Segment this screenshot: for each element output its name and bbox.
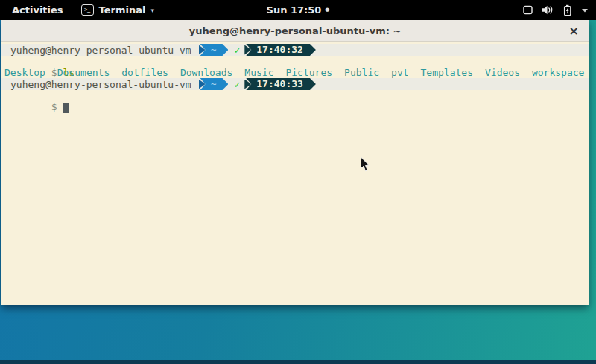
prompt-time-segment: 17:40:33 <box>246 78 316 90</box>
notification-dot: ● <box>325 7 329 13</box>
directory-entry: Music <box>244 67 273 78</box>
screen-icon <box>522 4 533 16</box>
directory-entry: Downloads <box>180 67 232 78</box>
status-check-icon: ✓ <box>234 79 240 90</box>
app-menu-terminal[interactable]: >_ Terminal ▾ <box>81 4 154 16</box>
directory-entry: Desktop <box>4 67 45 78</box>
system-status-area[interactable] <box>522 0 589 20</box>
shell-prompt-char: $ <box>51 67 57 78</box>
directory-entry: pvt <box>391 67 408 78</box>
clock-label: Sun 17:50 <box>267 4 322 16</box>
directory-entry: Templates <box>421 67 473 78</box>
close-button[interactable]: × <box>569 20 579 41</box>
directory-entry: dotfiles <box>121 67 168 78</box>
battery-charging-icon <box>562 4 573 16</box>
terminal-icon: >_ <box>81 4 94 16</box>
terminal-window: yuheng@henry-personal-ubuntu-vm: ~ × yuh… <box>1 20 589 305</box>
shell-prompt-char: $ <box>51 101 57 112</box>
chevron-down-icon <box>581 7 589 13</box>
directory-entry: Public <box>344 67 379 78</box>
status-check-icon: ✓ <box>234 45 240 56</box>
clock-button[interactable]: Sun 17:50 ● <box>267 4 330 16</box>
ls-output-line: Desktop Documents dotfiles Downloads Mus… <box>1 67 589 78</box>
directory-entry: Documents <box>57 67 110 78</box>
powerline-segments: ~ ✓ 17:40:32 <box>199 44 316 56</box>
activities-button[interactable]: Activities <box>9 4 66 16</box>
directory-entry: workspace <box>532 67 584 78</box>
terminal-content[interactable]: yuheng@henry-personal-ubuntu-vm ~ ✓ 17:4… <box>1 42 589 305</box>
window-title: yuheng@henry-personal-ubuntu-vm: ~ <box>189 25 402 36</box>
input-line[interactable]: $ <box>1 90 589 101</box>
prompt-user-host: yuheng@henry-personal-ubuntu-vm <box>10 45 191 56</box>
prompt-user-host: yuheng@henry-personal-ubuntu-vm <box>10 79 191 90</box>
command-line: $ls <box>1 56 589 67</box>
powerline-segments: ~ ✓ 17:40:33 <box>199 78 316 90</box>
top-bar: Activities >_ Terminal ▾ Sun 17:50 ● <box>0 0 596 20</box>
directory-entry: Pictures <box>285 67 332 78</box>
terminal-cursor <box>63 103 69 113</box>
prompt-time-segment: 17:40:32 <box>246 44 316 56</box>
prompt-line: yuheng@henry-personal-ubuntu-vm ~ ✓ 17:4… <box>1 78 589 90</box>
desktop: Activities >_ Terminal ▾ Sun 17:50 ● <box>0 0 596 364</box>
prompt-line: yuheng@henry-personal-ubuntu-vm ~ ✓ 17:4… <box>1 44 589 56</box>
chevron-down-icon: ▾ <box>150 7 154 14</box>
volume-icon <box>542 4 554 16</box>
title-bar[interactable]: yuheng@henry-personal-ubuntu-vm: ~ × <box>1 20 589 42</box>
app-menu-label: Terminal <box>99 4 146 16</box>
directory-entry: Videos <box>485 67 520 78</box>
